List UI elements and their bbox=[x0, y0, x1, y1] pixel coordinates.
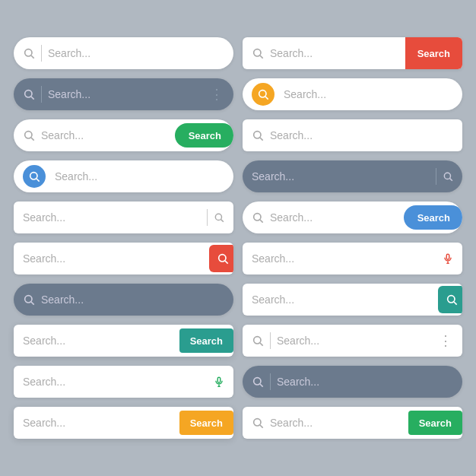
svg-line-1 bbox=[31, 56, 34, 59]
svg-line-22 bbox=[260, 138, 263, 141]
search-icon-wrap-3 bbox=[23, 129, 35, 141]
searchbar-r10: Search bbox=[243, 407, 462, 439]
divider-r8 bbox=[270, 332, 271, 349]
search-icon-wrap-r3 bbox=[252, 129, 264, 141]
searchbar-7 bbox=[14, 284, 233, 316]
search-button-r10[interactable]: Search bbox=[408, 411, 462, 435]
searchbar-6 bbox=[14, 243, 233, 274]
divider-5 bbox=[207, 209, 208, 226]
svg-point-21 bbox=[254, 132, 261, 138]
searchbar-10: Search bbox=[14, 407, 233, 439]
svg-line-13 bbox=[31, 302, 34, 305]
svg-point-19 bbox=[259, 90, 266, 97]
search-input-8[interactable] bbox=[23, 335, 179, 347]
svg-line-18 bbox=[260, 56, 263, 59]
svg-line-9 bbox=[221, 220, 224, 222]
svg-line-35 bbox=[260, 384, 263, 387]
search-input-10[interactable] bbox=[23, 417, 179, 429]
searchbar-r3 bbox=[243, 119, 462, 151]
searchbar-9 bbox=[14, 366, 233, 398]
search-icon-wrap-r10 bbox=[252, 417, 264, 429]
search-input-r8[interactable] bbox=[277, 335, 439, 347]
search-icon-wrap-2 bbox=[23, 88, 35, 100]
svg-point-8 bbox=[215, 214, 221, 220]
mic-icon-r6 bbox=[443, 253, 453, 264]
svg-point-2 bbox=[25, 90, 32, 97]
svg-point-0 bbox=[25, 49, 32, 56]
search-input-2[interactable] bbox=[48, 88, 210, 100]
dots-menu-2[interactable]: ⋮ bbox=[210, 86, 224, 103]
search-input-r1[interactable] bbox=[270, 47, 405, 59]
search-icon-btn-r7[interactable] bbox=[438, 286, 462, 313]
svg-point-25 bbox=[254, 214, 261, 221]
searchbar-5 bbox=[14, 202, 233, 233]
svg-point-4 bbox=[25, 132, 32, 138]
searchbar-r1: Search bbox=[243, 37, 462, 69]
svg-line-33 bbox=[260, 343, 263, 346]
svg-point-36 bbox=[254, 419, 261, 426]
search-input-r4[interactable] bbox=[252, 170, 430, 182]
search-button-10[interactable]: Search bbox=[179, 411, 233, 435]
main-grid: ⋮ Search bbox=[0, 24, 476, 452]
search-button-r5[interactable]: Search bbox=[404, 205, 462, 230]
search-icon-wrap-1 bbox=[23, 47, 35, 59]
search-icon-circle-r2 bbox=[252, 83, 274, 106]
search-button-r1[interactable]: Search bbox=[405, 37, 462, 69]
right-column: Search bbox=[243, 37, 462, 439]
searchbar-4 bbox=[14, 160, 233, 192]
mic-icon-9 bbox=[214, 376, 224, 387]
search-input-4[interactable] bbox=[55, 170, 224, 182]
svg-point-34 bbox=[254, 378, 261, 385]
search-icon-wrap-r9 bbox=[252, 376, 264, 388]
svg-rect-14 bbox=[217, 377, 221, 382]
search-input-r3[interactable] bbox=[270, 129, 453, 141]
divider-2 bbox=[41, 86, 42, 103]
searchbar-r9 bbox=[243, 366, 462, 398]
searchbar-r5: Search bbox=[243, 202, 462, 233]
search-button-8[interactable]: Search bbox=[179, 328, 233, 353]
search-input-6[interactable] bbox=[23, 252, 203, 265]
search-input-r10[interactable] bbox=[270, 417, 408, 429]
svg-line-26 bbox=[260, 220, 263, 223]
searchbar-r4 bbox=[243, 160, 462, 192]
search-icon-wrap-r8 bbox=[252, 335, 264, 347]
left-column: ⋮ Search bbox=[14, 37, 233, 439]
divider-r4 bbox=[436, 168, 436, 185]
search-input-1[interactable] bbox=[48, 47, 224, 59]
svg-point-30 bbox=[448, 296, 455, 303]
svg-point-32 bbox=[254, 337, 261, 344]
search-icon-btn-6[interactable] bbox=[209, 245, 233, 272]
search-input-r6[interactable] bbox=[252, 252, 443, 265]
divider-1 bbox=[41, 45, 42, 62]
svg-line-24 bbox=[450, 179, 452, 181]
searchbar-r8: ⋮ bbox=[243, 325, 462, 357]
search-input-7[interactable] bbox=[41, 294, 224, 306]
search-input-5[interactable] bbox=[23, 211, 201, 224]
search-input-3[interactable] bbox=[41, 129, 175, 141]
searchbar-r2 bbox=[243, 78, 462, 110]
search-icon-wrap-7 bbox=[23, 294, 35, 306]
search-icon-wrap-r5 bbox=[252, 211, 264, 224]
svg-line-37 bbox=[260, 425, 263, 428]
searchbar-1 bbox=[14, 37, 233, 69]
search-input-r7[interactable] bbox=[252, 294, 432, 306]
svg-line-20 bbox=[265, 97, 268, 100]
svg-point-10 bbox=[219, 255, 226, 262]
search-input-r2[interactable] bbox=[284, 88, 453, 100]
svg-point-17 bbox=[254, 49, 261, 56]
search-icon-wrap-5 bbox=[214, 212, 224, 223]
svg-line-5 bbox=[31, 138, 34, 141]
search-button-3[interactable]: Search bbox=[175, 123, 233, 148]
searchbar-3: Search bbox=[14, 119, 233, 151]
svg-rect-27 bbox=[446, 254, 449, 259]
svg-line-3 bbox=[31, 97, 34, 100]
svg-line-7 bbox=[36, 179, 40, 182]
divider-r9 bbox=[270, 373, 271, 390]
svg-line-11 bbox=[225, 261, 228, 264]
searchbar-r7 bbox=[243, 284, 462, 316]
search-input-r5[interactable] bbox=[270, 211, 404, 224]
search-input-r9[interactable] bbox=[277, 376, 453, 388]
search-input-9[interactable] bbox=[23, 376, 214, 388]
dots-menu-r8[interactable]: ⋮ bbox=[439, 332, 453, 349]
searchbar-2: ⋮ bbox=[14, 78, 233, 110]
